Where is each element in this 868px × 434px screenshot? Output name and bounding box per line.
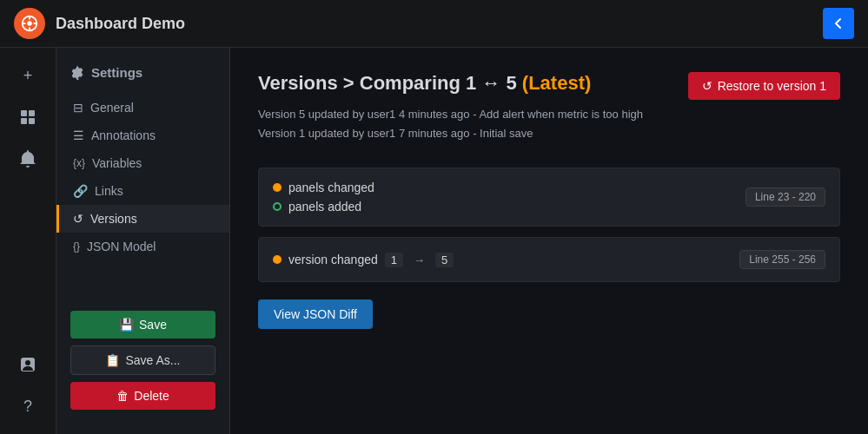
dot-orange-2 <box>273 255 282 264</box>
change-card-version: version changed 1 → 5 Line 255 - 256 <box>258 237 840 282</box>
json-model-icon: {} <box>73 240 80 253</box>
help-icon[interactable]: ? <box>10 389 45 424</box>
back-button[interactable] <box>823 8 854 39</box>
restore-button[interactable]: ↺ Restore to version 1 <box>688 72 840 100</box>
nav-general[interactable]: ⊟ General <box>56 94 229 122</box>
nav-annotations[interactable]: ☰ Annotations <box>56 122 229 149</box>
topbar: Dashboard Demo <box>0 0 868 48</box>
delete-icon: 🗑 <box>116 389 129 403</box>
nav-json-model[interactable]: {} JSON Model <box>56 233 229 260</box>
topbar-title: Dashboard Demo <box>56 15 185 33</box>
svg-point-1 <box>27 21 32 26</box>
change-card-row: panels changed panels added Line 23 - 22… <box>273 181 825 214</box>
save-icon: 💾 <box>119 318 134 332</box>
user-avatar-icon[interactable] <box>10 347 45 382</box>
title-row: Versions > Comparing 1 ↔ 5 (Latest) Vers… <box>258 72 840 161</box>
variables-icon: {x} <box>73 157 85 169</box>
line-badge-version: Line 255 - 256 <box>739 250 825 269</box>
nav-variables[interactable]: {x} Variables <box>56 149 229 177</box>
add-panel-icon[interactable]: + <box>10 58 45 93</box>
links-icon: 🔗 <box>73 184 88 198</box>
page-title: Versions > Comparing 1 ↔ 5 (Latest) <box>258 72 643 95</box>
settings-sidebar: Settings ⊟ General ☰ Annotations {x} Var… <box>56 48 230 434</box>
view-json-diff-button[interactable]: View JSON Diff <box>258 299 373 329</box>
nav-versions[interactable]: ↺ Versions <box>56 205 229 233</box>
save-button[interactable]: 💾 Save <box>70 311 215 339</box>
dot-green-outline <box>273 202 282 211</box>
version-to: 5 <box>435 253 454 267</box>
settings-header: Settings <box>56 65 229 94</box>
version-from: 1 <box>385 253 403 267</box>
icon-sidebar-bottom: ? <box>10 347 45 434</box>
main-layout: + ? Settings ⊟ General ☰ Annotations { <box>0 48 868 434</box>
icon-sidebar: + ? <box>0 48 56 434</box>
settings-label: Settings <box>91 65 142 80</box>
change-card-row-2: version changed 1 → 5 Line 255 - 256 <box>273 250 825 269</box>
settings-buttons: 💾 Save 📋 Save As... 🗑 Delete <box>56 300 229 420</box>
main-content: Versions > Comparing 1 ↔ 5 (Latest) Vers… <box>230 48 868 434</box>
svg-rect-9 <box>29 118 35 124</box>
version-meta: Version 5 updated by user1 4 minutes ago… <box>258 105 643 143</box>
svg-rect-7 <box>29 110 35 116</box>
grafana-logo <box>14 8 45 39</box>
dot-orange <box>273 183 282 192</box>
change-item-panels-changed: panels changed <box>273 181 374 194</box>
versions-icon: ↺ <box>73 212 83 226</box>
nav-links[interactable]: 🔗 Links <box>56 177 229 205</box>
change-item-version-changed: version changed 1 → 5 <box>273 253 454 267</box>
svg-point-11 <box>25 360 30 365</box>
bell-icon[interactable] <box>10 141 45 176</box>
restore-icon: ↺ <box>702 79 712 93</box>
svg-rect-8 <box>21 118 27 124</box>
dashboards-icon[interactable] <box>10 100 45 135</box>
save-as-icon: 📋 <box>105 353 120 367</box>
delete-button[interactable]: 🗑 Delete <box>70 382 215 410</box>
line-badge-panels: Line 23 - 220 <box>745 187 825 207</box>
save-as-button[interactable]: 📋 Save As... <box>70 345 215 375</box>
change-item-panels-added: panels added <box>273 200 374 214</box>
change-card-panels: panels changed panels added Line 23 - 22… <box>258 168 840 227</box>
annotations-icon: ☰ <box>73 128 84 142</box>
svg-rect-6 <box>21 110 27 116</box>
change-items: panels changed panels added <box>273 181 374 214</box>
arrow-icon: → <box>414 253 425 266</box>
general-icon: ⊟ <box>73 101 83 115</box>
change-items-version: version changed 1 → 5 <box>273 253 454 267</box>
